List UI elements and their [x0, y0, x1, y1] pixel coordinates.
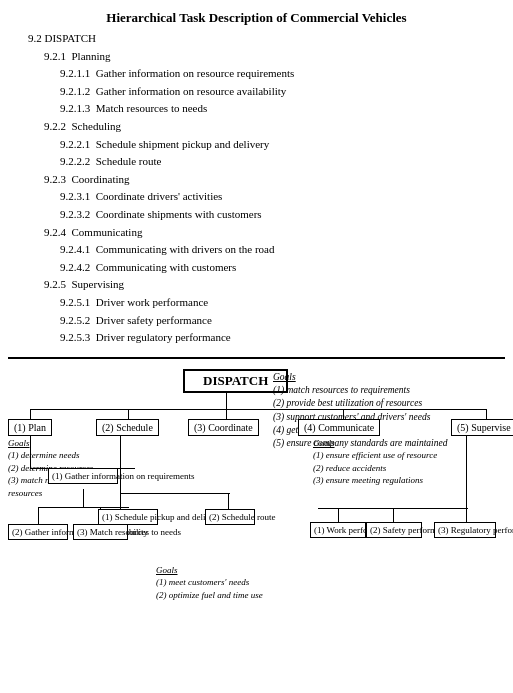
gather-req-node: (1) Gather information on requirements — [48, 468, 118, 484]
comm-v-drop — [343, 409, 344, 419]
outline-item-9222: 9.2.2.2 Schedule route — [60, 153, 505, 171]
dispatch-v-line — [226, 391, 227, 409]
schedule-node: (2) Schedule — [96, 419, 159, 436]
outline-item-924: 9.2.4 Communicating — [44, 224, 505, 242]
outline-item-9253: 9.2.5.3 Driver regulatory performance — [60, 329, 505, 347]
outline-item-9252: 9.2.5.2 Driver safety performance — [60, 312, 505, 330]
outline-item-925: 9.2.5 Supervising — [44, 276, 505, 294]
outline-section: 9.2 DISPATCH 9.2.1 Planning 9.2.1.1 Gath… — [28, 30, 505, 347]
sup-v-drop — [486, 409, 487, 419]
gather-req-v — [83, 489, 84, 507]
v-to-avail — [38, 507, 39, 524]
span-h-line — [30, 409, 486, 410]
v-to-work — [338, 508, 339, 522]
outline-item-921: 9.2.1 Planning — [44, 48, 505, 66]
coordinate-node: (3) Coordinate — [188, 419, 259, 436]
sched-v-down — [120, 433, 121, 493]
v-to-route — [228, 493, 229, 509]
match-res-node: (3) Match resources to needs — [73, 524, 128, 540]
coord-goals-block: Goals (1) meet customers' needs (2) opti… — [156, 564, 276, 602]
outline-item-9232: 9.2.3.2 Coordinate shipments with custom… — [60, 206, 505, 224]
coord-goals-title: Goals — [156, 564, 276, 577]
plan-goal-1: (1) determine needs — [8, 449, 108, 462]
gather-h-bar — [38, 507, 129, 508]
safety-perf-node: (2) Safety performance — [366, 522, 422, 538]
outline-item-9211: 9.2.1.1 Gather information on resource r… — [60, 65, 505, 83]
plan-node: (1) Plan — [8, 419, 52, 436]
sup-v-down — [466, 433, 467, 508]
v-to-reg — [466, 508, 467, 522]
coord-goal-1: (1) meet customers' needs — [156, 576, 276, 589]
outline-item-9242: 9.2.4.2 Communicating with customers — [60, 259, 505, 277]
schedule-route-node: (2) Schedule route — [205, 509, 255, 525]
plan-v-drop — [30, 409, 31, 419]
outline-item-923: 9.2.3 Coordinating — [44, 171, 505, 189]
plan-goals-title: Goals — [8, 437, 108, 450]
outline-root: 9.2 DISPATCH — [28, 30, 505, 48]
v-to-safety — [393, 508, 394, 522]
schedule-pickup-node: (1) Schedule pickup and delivery — [98, 509, 158, 525]
outline-item-9231: 9.2.3.1 Coordinate drivers' activities — [60, 188, 505, 206]
communicate-node: (4) Communicate — [298, 419, 380, 436]
supervise-node: (5) Supervise — [451, 419, 513, 436]
coord-goal-2: (2) optimize fuel and time use — [156, 589, 276, 602]
sup-goal-1: (1) ensure efficient use of resource — [313, 449, 453, 462]
gather-avail-node: (2) Gather information on availability — [8, 524, 68, 540]
outline-item-9241: 9.2.4.1 Communicating with drivers on th… — [60, 241, 505, 259]
main-title: Hierarchical Task Description of Commerc… — [8, 10, 505, 26]
plan-v-to-children — [30, 433, 31, 468]
reg-perf-node: (3) Regulatory performance — [434, 522, 496, 538]
v-to-pickup — [120, 493, 121, 509]
sup-goals-title: Goals — [313, 437, 453, 450]
section-divider — [8, 357, 505, 359]
coord-v-drop — [226, 409, 227, 419]
sup-goal-3: (3) ensure meeting regulations — [313, 474, 453, 487]
sup-goal-2: (2) reduce accidents — [313, 462, 453, 475]
sup-goals-block: Goals (1) ensure efficient use of resour… — [313, 437, 453, 487]
outline-item-9212: 9.2.1.2 Gather information on resource a… — [60, 83, 505, 101]
outline-item-9213: 9.2.1.3 Match resources to needs — [60, 100, 505, 118]
dispatch-goal-1: (1) match resources to requirements — [273, 384, 447, 397]
outline-item-922: 9.2.2 Scheduling — [44, 118, 505, 136]
outline-item-9251: 9.2.5.1 Driver work performance — [60, 294, 505, 312]
outline-item-9221: 9.2.2.1 Schedule shipment pickup and del… — [60, 136, 505, 154]
diagram-section: DISPATCH Goals (1) match resources to re… — [8, 369, 508, 693]
sched-h-children — [120, 493, 230, 494]
dispatch-goals-title: Goals — [273, 371, 447, 384]
work-perf-node: (1) Work performance — [310, 522, 366, 538]
schedule-v-drop — [128, 409, 129, 419]
